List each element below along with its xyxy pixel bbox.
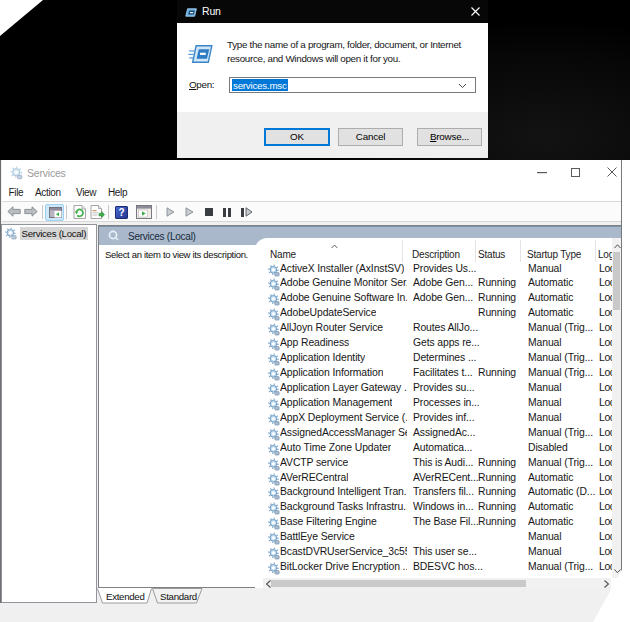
svg-text:Standard: Standard [160,591,197,602]
svg-text:Extended: Extended [106,591,145,602]
